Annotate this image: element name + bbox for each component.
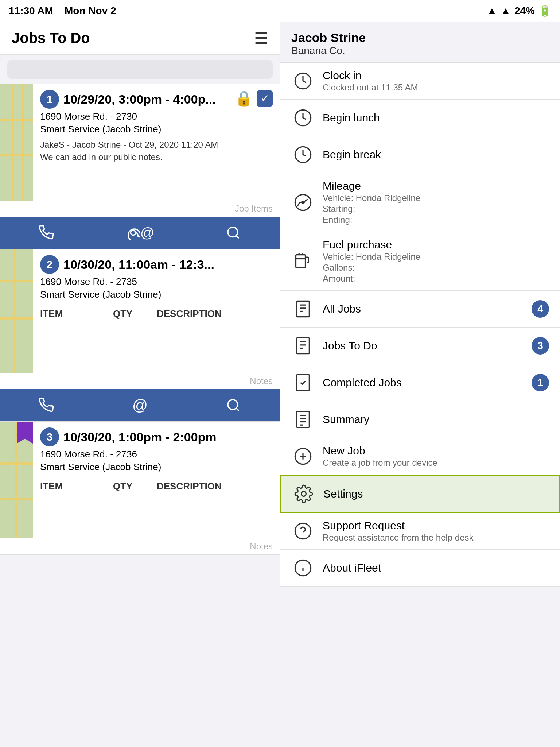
- job-header-row-1: 1 10/29/20, 3:00pm - 4:00p... 🔒 ✓: [40, 90, 273, 109]
- summary-icon: [291, 408, 315, 431]
- col-qty-label: QTY: [113, 308, 157, 320]
- page-title: Jobs To Do: [12, 30, 90, 46]
- clock-in-text: Clock in Clocked out at 11.35 AM: [323, 69, 549, 93]
- settings-text: Settings: [323, 488, 548, 500]
- map-road: [22, 84, 24, 201]
- jobs-to-do-text: Jobs To Do: [323, 340, 524, 352]
- status-icons: ▲ ▲ 24% 🔋: [487, 5, 551, 17]
- menu-item-mileage[interactable]: Mileage Vehicle: Honda Ridgeline Startin…: [280, 173, 560, 232]
- menu-item-summary[interactable]: Summary: [280, 401, 560, 438]
- all-jobs-title: All Jobs: [323, 303, 524, 315]
- fuel-text: Fuel purchase Vehicle: Honda Ridgeline G…: [323, 239, 549, 284]
- all-jobs-text: All Jobs: [323, 303, 524, 315]
- job-card-1[interactable]: 1 10/29/20, 3:00pm - 4:00p... 🔒 ✓ 1690 M…: [0, 84, 280, 249]
- new-job-text: New Job Create a job from your device: [323, 445, 549, 468]
- mileage-ending: Ending:: [323, 215, 549, 225]
- phone-button-1[interactable]: [0, 217, 93, 249]
- job-footer-label-3: Notes: [0, 538, 280, 554]
- fuel-gallons: Gallons:: [323, 263, 549, 273]
- support-subtitle: Request assistance from the help desk: [323, 533, 549, 543]
- job-service-1: Smart Service (Jacob Strine): [40, 124, 273, 135]
- all-jobs-icon: [291, 297, 315, 321]
- support-title: Support Request: [323, 519, 549, 532]
- svg-point-26: [302, 492, 306, 496]
- battery-text: 24%: [514, 5, 535, 17]
- job-address-1: 1690 Morse Rd. - 2730: [40, 111, 273, 122]
- job-number-title-2: 2 10/30/20, 11:00am - 12:3...: [40, 255, 273, 274]
- job-card-1-main: 1 10/29/20, 3:00pm - 4:00p... 🔒 ✓ 1690 M…: [0, 84, 280, 201]
- job-service-3: Smart Service (Jacob Strine): [40, 461, 273, 473]
- email-button-2[interactable]: @: [93, 389, 187, 421]
- job-card-3[interactable]: 3 10/30/20, 1:00pm - 2:00pm 1690 Morse R…: [0, 422, 280, 555]
- jobs-to-do-icon: [291, 334, 315, 357]
- svg-rect-13: [297, 338, 310, 353]
- job-map-3: [0, 422, 33, 538]
- summary-text: Summary: [323, 413, 549, 426]
- status-bar: 11:30 AM Mon Nov 2 ▲ ▲ 24% 🔋: [0, 0, 560, 22]
- signal-icon: ▲: [501, 5, 511, 17]
- jobs-list: 1 10/29/20, 3:00pm - 4:00p... 🔒 ✓ 1690 M…: [0, 84, 280, 747]
- battery-icon: 🔋: [538, 5, 551, 17]
- map-road: [0, 280, 33, 282]
- about-text: About iFleet: [323, 562, 549, 574]
- job-content-1: 1 10/29/20, 3:00pm - 4:00p... 🔒 ✓ 1690 M…: [33, 84, 280, 201]
- job-items-table-2: ITEM QTY DESCRIPTION: [40, 304, 273, 324]
- map-road: [0, 119, 33, 121]
- search-bar[interactable]: [7, 60, 273, 79]
- menu-item-completed-jobs[interactable]: Completed Jobs 1: [280, 364, 560, 401]
- menu-item-new-job[interactable]: New Job Create a job from your device: [280, 438, 560, 475]
- menu-item-begin-lunch[interactable]: Begin lunch: [280, 100, 560, 136]
- mileage-text: Mileage Vehicle: Honda Ridgeline Startin…: [323, 180, 549, 225]
- col-desc-label: DESCRIPTION: [157, 308, 273, 320]
- phone-button-2[interactable]: [0, 389, 93, 421]
- job-checkmark-1[interactable]: ✓: [257, 90, 273, 107]
- job-card-2[interactable]: 2 10/30/20, 11:00am - 12:3... 1690 Morse…: [0, 249, 280, 422]
- user-name: Jacob Strine: [291, 31, 549, 45]
- email-button-1[interactable]: @: [93, 217, 187, 249]
- svg-point-7: [302, 201, 304, 204]
- menu-item-clock-in[interactable]: Clock in Clocked out at 11.35 AM: [280, 63, 560, 100]
- menu-item-settings[interactable]: Settings: [280, 475, 560, 513]
- gear-icon: [292, 482, 315, 506]
- wifi-icon: ▲: [487, 5, 497, 17]
- all-jobs-badge: 4: [532, 300, 549, 318]
- mileage-vehicle: Vehicle: Honda Ridgeline: [323, 193, 549, 203]
- menu-item-begin-break[interactable]: Begin break: [280, 136, 560, 173]
- svg-point-27: [295, 523, 311, 539]
- svg-point-1: [228, 227, 238, 237]
- hamburger-icon[interactable]: ☰: [254, 29, 268, 47]
- menu-item-fuel[interactable]: Fuel purchase Vehicle: Honda Ridgeline G…: [280, 232, 560, 291]
- map-road: [15, 422, 17, 538]
- job-number-title-1: 1 10/29/20, 3:00pm - 4:00p...: [40, 90, 231, 109]
- left-panel: Jobs To Do ☰: [0, 22, 280, 747]
- info-circle-icon: [291, 556, 315, 580]
- menu-item-all-jobs[interactable]: All Jobs 4: [280, 291, 560, 328]
- mileage-title: Mileage: [323, 180, 549, 192]
- job-card-2-main: 2 10/30/20, 11:00am - 12:3... 1690 Morse…: [0, 249, 280, 373]
- search-button-2[interactable]: [187, 389, 280, 421]
- job-map-2: [0, 249, 33, 373]
- menu-item-support[interactable]: Support Request Request assistance from …: [280, 513, 560, 550]
- job-note-1: JakeS - Jacob Strine - Oct 29, 2020 11:2…: [40, 139, 273, 163]
- begin-lunch-text: Begin lunch: [323, 112, 549, 124]
- new-job-icon: [291, 445, 315, 468]
- job-items-table-3: ITEM QTY DESCRIPTION: [40, 476, 273, 496]
- menu-item-about[interactable]: About iFleet: [280, 550, 560, 587]
- new-job-subtitle: Create a job from your device: [323, 458, 549, 468]
- map-roads-1: [0, 84, 33, 201]
- completed-jobs-badge: 1: [532, 374, 549, 391]
- search-button-1[interactable]: [187, 217, 280, 249]
- job-content-3: 3 10/30/20, 1:00pm - 2:00pm 1690 Morse R…: [33, 422, 280, 538]
- menu-item-jobs-to-do[interactable]: Jobs To Do 3: [280, 328, 560, 364]
- job-service-2: Smart Service (Jacob Strine): [40, 289, 273, 300]
- begin-break-text: Begin break: [323, 148, 549, 161]
- job-footer-label-1: Job Items: [0, 201, 280, 217]
- map-roads-2: [0, 249, 33, 373]
- fuel-icon: [291, 249, 315, 273]
- speedometer-icon: [291, 191, 315, 214]
- job-footer-label-2: Notes: [0, 373, 280, 389]
- search-bar-area: [0, 55, 280, 84]
- status-time: 11:30 AM: [9, 5, 53, 16]
- mileage-starting: Starting:: [323, 204, 549, 214]
- job-number-badge-2: 2: [40, 255, 59, 274]
